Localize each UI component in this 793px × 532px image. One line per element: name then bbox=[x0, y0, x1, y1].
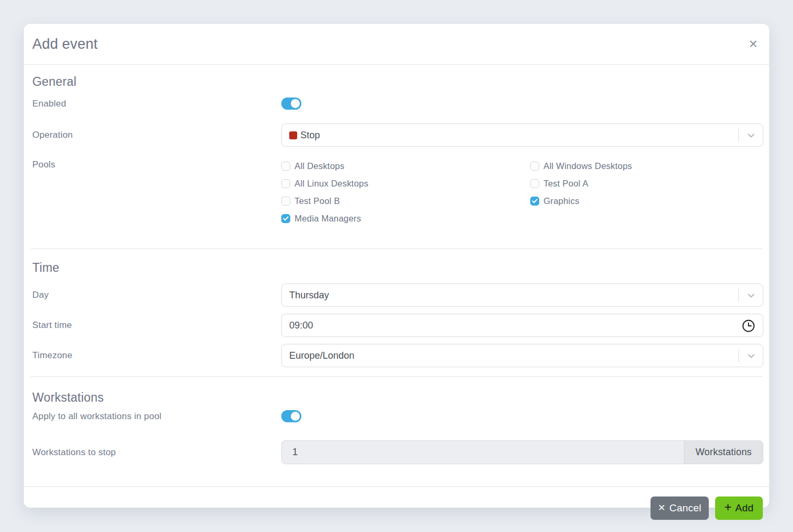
enabled-toggle[interactable] bbox=[281, 97, 301, 110]
checkbox-unchecked-icon[interactable] bbox=[281, 179, 290, 188]
pool-option[interactable]: Graphics bbox=[530, 195, 761, 207]
section-time: Time Day Thursday Start time bbox=[32, 249, 761, 376]
checkbox-checked-icon[interactable] bbox=[281, 214, 290, 223]
workstations-to-stop-label: Workstations to stop bbox=[32, 447, 281, 458]
pools-row: Pools All DesktopsAll Windows DesktopsAl… bbox=[32, 158, 761, 224]
pool-option-label: All Linux Desktops bbox=[295, 179, 368, 189]
cancel-button[interactable]: ✕ Cancel bbox=[651, 496, 709, 520]
select-separator bbox=[738, 129, 739, 141]
select-separator bbox=[738, 289, 739, 302]
workstations-to-stop-row: Workstations to stop 1 Workstations bbox=[32, 440, 761, 464]
apply-all-toggle[interactable] bbox=[281, 410, 301, 422]
stop-square-icon bbox=[289, 131, 297, 139]
toggle-knob bbox=[291, 99, 300, 108]
select-separator bbox=[738, 349, 739, 362]
enabled-row: Enabled bbox=[32, 97, 761, 110]
general-heading: General bbox=[32, 75, 761, 89]
pools-grid: All DesktopsAll Windows DesktopsAll Linu… bbox=[281, 158, 761, 224]
workstations-suffix-addon: Workstations bbox=[684, 440, 763, 464]
day-select[interactable]: Thursday bbox=[281, 283, 763, 307]
chevron-down-icon bbox=[746, 352, 756, 363]
timezone-select[interactable]: Europe/London bbox=[281, 344, 763, 367]
operation-value: Stop bbox=[300, 130, 320, 141]
pool-option[interactable]: All Desktops bbox=[281, 160, 530, 172]
section-workstations: Workstations Apply to all workstations i… bbox=[32, 377, 761, 486]
timezone-label: Timezone bbox=[32, 350, 281, 361]
dialog-header: Add event × bbox=[24, 24, 769, 65]
operation-select[interactable]: Stop bbox=[281, 123, 763, 147]
pool-option[interactable]: Media Managers bbox=[281, 212, 530, 224]
workstations-heading: Workstations bbox=[32, 391, 761, 405]
pools-label: Pools bbox=[32, 158, 281, 170]
add-event-dialog: Add event × General Enabled Operation St… bbox=[24, 24, 769, 508]
operation-label: Operation bbox=[32, 130, 281, 140]
checkbox-unchecked-icon[interactable] bbox=[281, 197, 290, 206]
apply-all-label: Apply to all workstations in pool bbox=[32, 411, 281, 422]
apply-all-row: Apply to all workstations in pool bbox=[32, 410, 761, 422]
workstations-to-stop-input: 1 bbox=[281, 440, 684, 464]
cancel-button-label: Cancel bbox=[670, 502, 701, 514]
section-general: General Enabled Operation Stop bbox=[32, 65, 761, 249]
start-time-input[interactable]: 09:00 bbox=[281, 314, 763, 337]
workstations-to-stop-group: 1 Workstations bbox=[281, 440, 763, 464]
pool-option[interactable]: Test Pool A bbox=[530, 178, 761, 189]
start-time-value: 09:00 bbox=[289, 320, 313, 331]
toggle-knob bbox=[291, 412, 300, 421]
cancel-x-icon: ✕ bbox=[658, 503, 665, 512]
add-plus-icon: + bbox=[724, 501, 732, 513]
dialog-title: Add event bbox=[32, 36, 97, 52]
pool-option-label: Graphics bbox=[543, 196, 580, 206]
dialog-body: General Enabled Operation Stop bbox=[24, 65, 769, 486]
checkbox-checked-icon[interactable] bbox=[530, 197, 539, 206]
clock-icon[interactable] bbox=[742, 319, 755, 335]
operation-row: Operation Stop bbox=[32, 123, 761, 147]
add-button[interactable]: + Add bbox=[715, 496, 763, 520]
enabled-label: Enabled bbox=[32, 99, 281, 109]
chevron-down-icon bbox=[746, 291, 756, 303]
chevron-down-icon bbox=[746, 131, 756, 143]
pool-option-label: All Windows Desktops bbox=[543, 161, 632, 171]
checkbox-unchecked-icon[interactable] bbox=[281, 162, 290, 171]
pool-option-label: Media Managers bbox=[295, 214, 361, 224]
pool-option[interactable]: All Windows Desktops bbox=[530, 160, 761, 172]
pool-option-label: Test Pool A bbox=[543, 179, 589, 189]
checkbox-unchecked-icon[interactable] bbox=[530, 162, 539, 171]
day-label: Day bbox=[32, 290, 281, 300]
pool-option[interactable]: Test Pool B bbox=[281, 195, 530, 207]
pool-option-label: All Desktops bbox=[295, 161, 344, 171]
pool-option-label: Test Pool B bbox=[295, 196, 340, 206]
checkbox-unchecked-icon[interactable] bbox=[530, 179, 539, 188]
start-time-label: Start time bbox=[32, 320, 281, 331]
time-heading: Time bbox=[32, 261, 761, 275]
pool-option[interactable]: All Linux Desktops bbox=[281, 178, 530, 189]
start-time-row: Start time 09:00 bbox=[32, 314, 761, 337]
day-value: Thursday bbox=[289, 290, 329, 301]
close-icon[interactable]: × bbox=[746, 37, 761, 51]
dialog-footer: ✕ Cancel + Add bbox=[24, 486, 769, 529]
add-button-label: Add bbox=[735, 502, 753, 514]
timezone-value: Europe/London bbox=[289, 350, 354, 361]
day-row: Day Thursday bbox=[32, 283, 761, 307]
timezone-row: Timezone Europe/London bbox=[32, 344, 761, 367]
